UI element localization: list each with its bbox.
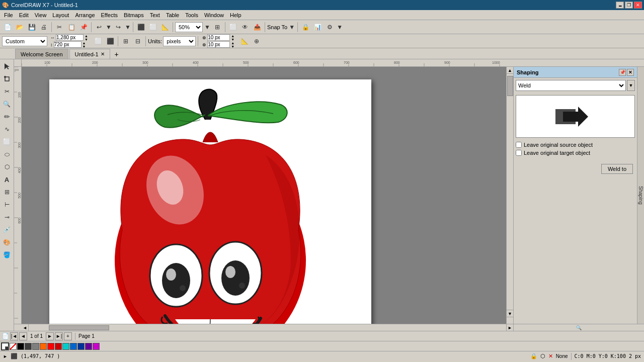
text-tool[interactable]: A [1, 173, 13, 186]
portrait-btn[interactable]: ⬜ [93, 36, 104, 47]
page-btn1[interactable]: ⊞ [120, 36, 131, 47]
color-transparent[interactable] [10, 343, 17, 350]
menu-window[interactable]: Window [201, 11, 227, 19]
color-gray[interactable] [32, 343, 39, 350]
color-red[interactable] [47, 343, 54, 350]
height-down[interactable]: ▼ [83, 45, 88, 48]
nudge2-input[interactable] [207, 41, 230, 48]
eyedropper-tool[interactable]: 💉 [1, 224, 13, 236]
import-button[interactable]: ⬛ [135, 22, 146, 33]
redo-button[interactable]: ↪ [113, 22, 124, 33]
weld-to-button[interactable]: Weld to [601, 164, 633, 174]
menu-effects[interactable]: Effects [98, 11, 121, 19]
nudge-tool[interactable]: 🔒 [300, 22, 311, 33]
nudge-input[interactable] [207, 34, 230, 41]
page-view[interactable]: ⬜ [227, 22, 238, 33]
export-button[interactable]: ⬜ [147, 22, 158, 33]
page-first[interactable]: |◄ [10, 332, 18, 340]
more-options[interactable]: ⚙ [324, 22, 335, 33]
drawing-area[interactable]: ▲ ▼ [22, 67, 513, 324]
undo-button[interactable]: ↩ [94, 22, 105, 33]
units-combo[interactable]: pixels inches mm [163, 36, 196, 46]
menu-arrange[interactable]: Arrange [72, 11, 98, 19]
table-tool[interactable]: ⊞ [1, 186, 13, 198]
snap-arrow[interactable]: ▼ [288, 22, 295, 33]
page-add[interactable]: + [64, 332, 72, 340]
menu-table[interactable]: Table [163, 11, 182, 19]
shaping-mode-select[interactable]: Weld Trim Intersect Simplify [516, 80, 626, 91]
polygon-tool[interactable]: ⬡ [1, 161, 13, 173]
nudge2-down[interactable]: ▼ [231, 45, 236, 48]
menu-bitmaps[interactable]: Bitmaps [121, 11, 147, 19]
leave-source-checkbox[interactable] [516, 142, 522, 148]
cut-button[interactable]: ✂ [54, 22, 65, 33]
page-next[interactable]: ► [46, 332, 54, 340]
menu-view[interactable]: View [32, 11, 50, 19]
enhanced-view[interactable]: 📤 [252, 22, 263, 33]
width-up[interactable]: ▲ [85, 34, 90, 38]
paste-button[interactable]: 📌 [78, 22, 89, 33]
leave-target-checkbox[interactable] [516, 150, 522, 156]
menu-file[interactable]: File [1, 11, 16, 19]
color-black[interactable] [17, 343, 24, 350]
page-prev[interactable]: ◄ [19, 332, 27, 340]
print-button[interactable]: 🖨 [38, 22, 49, 33]
open-button[interactable]: 📂 [14, 22, 25, 33]
color-red2[interactable] [55, 343, 62, 350]
shaping-vertical-label[interactable]: Shaping [637, 67, 644, 324]
shape-tool[interactable] [1, 73, 13, 85]
tab-untitled1[interactable]: Untitled-1 ✕ [69, 49, 110, 59]
menu-text[interactable]: Text [147, 11, 163, 19]
status-arrow-btn[interactable]: ► [3, 354, 8, 359]
minimize-button[interactable]: 🗕 [616, 2, 624, 9]
app-launcher[interactable]: 📐 [159, 22, 171, 33]
save-button[interactable]: 💾 [26, 22, 37, 33]
color-orange[interactable] [40, 343, 47, 350]
rectangle-tool[interactable]: ⬜ [1, 136, 13, 148]
zoom-tool[interactable]: 🔍 [1, 98, 13, 110]
nudge-up[interactable]: ▲ [231, 34, 236, 38]
color-cyan[interactable] [62, 343, 69, 350]
interactive-fill[interactable]: 🎨 [1, 236, 13, 248]
tab-add-button[interactable]: + [112, 50, 121, 59]
vscrollbar[interactable]: ▲ ▼ [506, 67, 513, 317]
vscroll-thumb[interactable] [507, 76, 513, 96]
wireframe-view[interactable]: 👁 [239, 22, 251, 33]
menu-layout[interactable]: Layout [49, 11, 72, 19]
shaping-mode-arrow[interactable]: ▼ [627, 80, 635, 91]
vscroll-up[interactable]: ▲ [507, 67, 514, 74]
options-tool[interactable]: 📊 [312, 22, 323, 33]
menu-help[interactable]: Help [227, 11, 245, 19]
vscroll-down[interactable]: ▼ [507, 310, 514, 317]
shaping-pin-btn[interactable]: 📌 [619, 69, 626, 76]
hscroll-track[interactable] [29, 325, 506, 331]
tool-status-btn[interactable]: ⬛ [11, 353, 18, 359]
zoom-combo[interactable]: 50% 25% 75% 100% [175, 22, 203, 32]
smart-draw[interactable]: ∿ [1, 123, 13, 135]
page-last[interactable]: ►| [55, 332, 63, 340]
freehand-tool[interactable]: ✏ [1, 111, 13, 123]
more-arrow[interactable]: ▼ [336, 22, 343, 33]
zoom-arrow[interactable]: ▼ [204, 22, 211, 33]
redo-arrow[interactable]: ▼ [125, 22, 131, 33]
width-down[interactable]: ▼ [85, 38, 90, 41]
snap-options[interactable]: 📐 [239, 36, 250, 47]
ellipse-tool[interactable]: ⬭ [1, 148, 13, 160]
color-dark-gray[interactable] [25, 343, 32, 350]
tab-close-icon[interactable]: ✕ [101, 51, 105, 57]
page-size-combo[interactable]: Custom [2, 36, 47, 46]
dimension-tool[interactable]: ⊢ [1, 199, 13, 211]
hscrollbar[interactable]: ◄ ► [22, 324, 513, 331]
color-blue[interactable] [70, 343, 77, 350]
tab-welcome[interactable]: Welcome Screen [15, 49, 68, 59]
connector-tool[interactable]: ⊸ [1, 211, 13, 223]
width-input[interactable] [56, 34, 84, 41]
restore-button[interactable]: ❐ [625, 2, 633, 9]
page-btn2[interactable]: ⊟ [132, 36, 143, 47]
landscape-btn[interactable]: ⬛ [105, 36, 116, 47]
color-navy[interactable] [77, 343, 85, 350]
copy-button[interactable]: 📋 [66, 22, 77, 33]
crop-tool[interactable]: ✂ [1, 85, 13, 98]
add-page-btn[interactable]: ⊕ [251, 36, 262, 47]
color-purple[interactable] [85, 343, 92, 350]
